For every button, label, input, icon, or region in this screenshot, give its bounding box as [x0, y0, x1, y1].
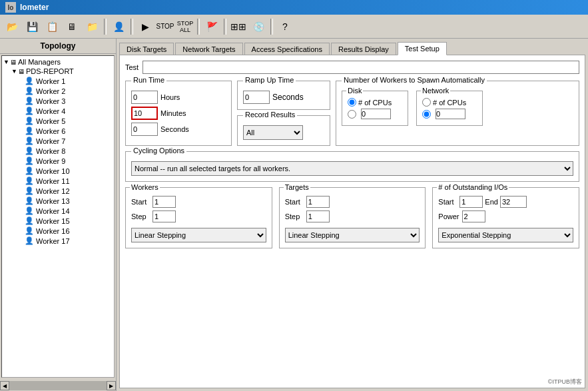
- record-results-select[interactable]: All None Timed Run Only: [243, 125, 303, 140]
- tree-worker[interactable]: 👤Worker 9: [3, 156, 113, 166]
- run-time-minutes-row: Minutes: [131, 107, 226, 120]
- outstanding-io-legend: # of Outstanding I/Os: [437, 183, 509, 191]
- network-radio1[interactable]: [422, 98, 431, 107]
- worker-icon: 👤: [25, 127, 34, 135]
- tab-network-targets[interactable]: Network Targets: [175, 43, 242, 55]
- topology-panel: Topology ▼ 🖥 All Managers ▼ 🖥 PDS-REPORT…: [0, 39, 117, 391]
- spawn-legend: Number of Workers to Spawn Automatically: [342, 76, 487, 84]
- cycling-legend: Cycling Options: [131, 147, 186, 155]
- test-input[interactable]: [143, 61, 579, 74]
- tree-worker[interactable]: 👤Worker 4: [3, 106, 113, 116]
- disk-radio1[interactable]: [348, 98, 356, 107]
- manager-button[interactable]: 📁: [83, 17, 101, 36]
- workers-start-label: Start: [131, 198, 150, 206]
- tree-worker[interactable]: 👤Worker 5: [3, 116, 113, 126]
- app-title: Iometer: [20, 3, 49, 12]
- workers-stepping-select[interactable]: Linear Stepping Exponential Stepping: [131, 228, 266, 242]
- network-radio2[interactable]: [422, 110, 431, 119]
- io-power-input[interactable]: [462, 210, 485, 222]
- targets-start-input[interactable]: [306, 196, 330, 208]
- worker-label: Worker 9: [36, 157, 65, 165]
- server-expand-icon[interactable]: ▼: [11, 68, 17, 75]
- tree-all-managers[interactable]: ▼ 🖥 All Managers: [3, 57, 113, 67]
- tree-worker[interactable]: 👤Worker 7: [3, 136, 113, 146]
- disk-radio2[interactable]: [348, 110, 356, 119]
- network-spawn-input[interactable]: [436, 109, 465, 119]
- topology-hscroll[interactable]: ◀ ▶: [0, 380, 116, 391]
- tab-bar: Disk Targets Network Targets Access Spec…: [119, 41, 585, 55]
- worker-label: Worker 16: [36, 227, 70, 235]
- worker-button[interactable]: 👤: [109, 17, 128, 36]
- worker-label: Worker 12: [36, 187, 70, 195]
- hscroll-track[interactable]: [9, 381, 107, 390]
- workers-step-row: Step: [131, 210, 266, 222]
- help-button[interactable]: ?: [276, 17, 294, 36]
- record-results-legend: Record Results: [243, 111, 297, 119]
- save-button[interactable]: 💾: [23, 17, 41, 36]
- tree-server[interactable]: ▼ 🖥 PDS-REPORT: [3, 67, 113, 76]
- io-stepping-select[interactable]: Linear Stepping Exponential Stepping: [438, 228, 573, 242]
- worker-icon: 👤: [25, 97, 34, 105]
- tab-results-display[interactable]: Results Display: [331, 43, 396, 55]
- io-power-label: Power: [438, 212, 459, 220]
- tree-worker[interactable]: 👤Worker 15: [3, 216, 113, 226]
- stop-all-button[interactable]: STOPALL: [176, 17, 194, 36]
- worker-icon: 👤: [25, 147, 34, 155]
- tree-worker[interactable]: 👤Worker 12: [3, 186, 113, 196]
- worker-label: Worker 10: [36, 167, 70, 175]
- test-row: Test: [125, 61, 579, 74]
- hscroll-right[interactable]: ▶: [107, 381, 116, 390]
- io-start-input[interactable]: [459, 196, 483, 208]
- targets-start-row: Start: [285, 196, 420, 208]
- io-start-row: Start End: [438, 196, 573, 208]
- tree-worker[interactable]: 👤Worker 3: [3, 96, 113, 106]
- hours-input[interactable]: [131, 91, 158, 104]
- targets-stepping-select[interactable]: Linear Stepping Exponential Stepping: [285, 228, 420, 242]
- tree-worker[interactable]: 👤Worker 8: [3, 146, 113, 156]
- cycling-select[interactable]: Normal -- run all selected targets for a…: [131, 161, 573, 176]
- seconds-input[interactable]: [131, 123, 158, 136]
- toolbar: 📂 💾 📋 🖥 📁 👤 ▶ STOP STOPALL 🚩 ⊞⊞ 💿 ?: [0, 15, 588, 39]
- tree-worker[interactable]: 👤Worker 17: [3, 236, 113, 246]
- worker-icon: 👤: [25, 187, 34, 195]
- disk-spawn-group: Disk # of CPUs: [342, 91, 408, 126]
- tab-test-setup[interactable]: Test Setup: [398, 42, 447, 55]
- workers-param-legend: Workers: [130, 183, 160, 191]
- display-button[interactable]: 🖥: [63, 17, 81, 36]
- flag-button[interactable]: 🚩: [202, 17, 221, 36]
- tree-worker[interactable]: 👤Worker 11: [3, 176, 113, 186]
- io-end-input[interactable]: [500, 196, 527, 208]
- run-time-group: Run Time Hours Minutes Seconds: [125, 81, 232, 146]
- tree-worker[interactable]: 👤Worker 6: [3, 126, 113, 136]
- tree-worker[interactable]: 👤Worker 10: [3, 166, 113, 176]
- grid-button[interactable]: ⊞⊞: [229, 17, 248, 36]
- ramp-input[interactable]: [243, 91, 270, 104]
- stop-button[interactable]: STOP: [156, 17, 174, 36]
- toolbar-separator-2: [131, 19, 133, 35]
- config-button[interactable]: 📋: [43, 17, 61, 36]
- minutes-input[interactable]: [131, 107, 158, 120]
- tab-access-specs[interactable]: Access Specifications: [244, 43, 330, 55]
- topology-tree[interactable]: ▼ 🖥 All Managers ▼ 🖥 PDS-REPORT 👤Worker …: [1, 55, 115, 378]
- open-button[interactable]: 📂: [3, 17, 21, 36]
- disk-button[interactable]: 💿: [249, 17, 268, 36]
- tree-worker[interactable]: 👤Worker 16: [3, 226, 113, 236]
- hscroll-left[interactable]: ◀: [0, 381, 9, 390]
- worker-label: Worker 14: [36, 207, 70, 215]
- tree-worker[interactable]: 👤Worker 1: [3, 76, 113, 86]
- run-time-legend: Run Time: [131, 76, 166, 84]
- expand-icon[interactable]: ▼: [3, 59, 9, 65]
- targets-param-group: Targets Start Step Linear Stepping Expon…: [279, 187, 426, 248]
- disk-spawn-input[interactable]: [361, 109, 391, 119]
- tree-worker[interactable]: 👤Worker 13: [3, 196, 113, 206]
- middle-right-col: Ramp Up Time Seconds Record Results All …: [237, 81, 330, 146]
- start-button[interactable]: ▶: [136, 17, 154, 36]
- workers-step-input[interactable]: [152, 210, 176, 222]
- middle-section: Run Time Hours Minutes Seconds: [125, 81, 579, 146]
- tree-worker[interactable]: 👤Worker 2: [3, 86, 113, 96]
- tab-disk-targets[interactable]: Disk Targets: [119, 43, 174, 55]
- tree-worker[interactable]: 👤Worker 14: [3, 206, 113, 216]
- targets-step-input[interactable]: [306, 210, 330, 222]
- workers-start-input[interactable]: [152, 196, 176, 208]
- worker-label: Worker 2: [36, 87, 65, 95]
